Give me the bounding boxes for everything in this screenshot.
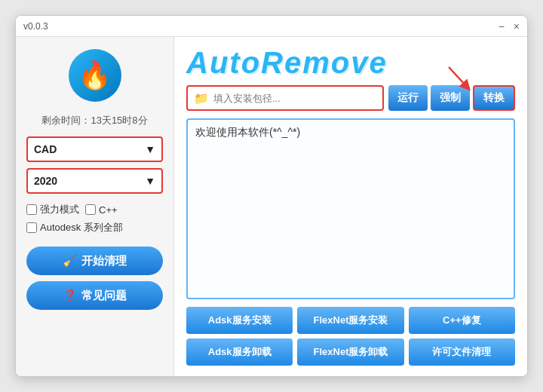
clean-button[interactable]: 🧹 开始清理	[26, 247, 163, 275]
arrow-indicator	[446, 64, 473, 91]
path-input-wrapper: 📁	[186, 85, 384, 111]
checkbox-force-mode[interactable]: 强力模式	[26, 203, 79, 216]
version-dropdown-arrow: ▼	[145, 175, 155, 187]
service-btn-3[interactable]: Adsk服务卸载	[186, 338, 293, 366]
service-btn-1-label: FlexNet服务安装	[314, 314, 388, 326]
logo-circle: 🔥	[69, 49, 121, 102]
main-window: v0.0.3 − × 🔥 剩余时间：13天15时8分 CAD ▼ 2020 ▼	[15, 15, 528, 377]
timer-label: 剩余时间：13天15时8分	[41, 114, 147, 127]
faq-icon: ❓	[63, 289, 77, 302]
cpp-checkbox[interactable]	[85, 204, 96, 215]
convert-button[interactable]: 转换	[473, 85, 515, 111]
service-btn-2-label: C++修复	[443, 314, 481, 326]
autodesk-all-checkbox[interactable]	[26, 222, 37, 233]
cpp-label: C++	[99, 204, 118, 216]
service-btn-4-label: FlexNet服务卸载	[314, 346, 388, 357]
software-dropdown-arrow: ▼	[145, 143, 155, 155]
checkbox-cpp[interactable]: C++	[85, 204, 118, 216]
clean-label: 开始清理	[81, 254, 127, 268]
version-dropdown[interactable]: 2020 ▼	[26, 168, 163, 194]
run-button[interactable]: 运行	[388, 85, 428, 111]
autodesk-all-label: Autodesk 系列全部	[40, 221, 123, 234]
software-dropdown[interactable]: CAD ▼	[26, 136, 163, 162]
service-btn-5-label: 许可文件清理	[432, 346, 491, 357]
service-btn-0-label: Adsk服务安装	[208, 314, 272, 326]
checkboxes-group: 强力模式 C++ Autodesk 系列全部	[26, 203, 163, 234]
checkbox-row-2: Autodesk 系列全部	[26, 221, 163, 234]
log-area: 欢迎使用本软件(*^_^*)	[186, 118, 515, 299]
force-mode-label: 强力模式	[40, 203, 79, 216]
service-btn-3-label: Adsk服务卸载	[208, 346, 272, 357]
faq-button[interactable]: ❓ 常见问题	[26, 281, 163, 310]
window-controls: − ×	[499, 21, 520, 32]
force-mode-checkbox[interactable]	[26, 204, 37, 215]
logo-icon: 🔥	[78, 60, 112, 91]
path-input[interactable]	[213, 93, 376, 104]
left-panel: 🔥 剩余时间：13天15时8分 CAD ▼ 2020 ▼ 强力模式	[16, 37, 174, 376]
clean-icon: 🧹	[63, 254, 77, 268]
service-btn-1[interactable]: FlexNet服务安装	[297, 307, 403, 334]
service-btn-2[interactable]: C++修复	[409, 307, 515, 334]
close-button[interactable]: ×	[514, 21, 520, 32]
service-btn-4[interactable]: FlexNet服务卸载	[297, 338, 403, 366]
checkbox-autodesk-all[interactable]: Autodesk 系列全部	[26, 221, 123, 234]
content-area: 🔥 剩余时间：13天15时8分 CAD ▼ 2020 ▼ 强力模式	[16, 37, 527, 376]
version-label: v0.0.3	[23, 21, 48, 32]
left-buttons: 🧹 开始清理 ❓ 常见问题	[26, 247, 163, 310]
service-btn-0[interactable]: Adsk服务安装	[186, 307, 293, 334]
service-buttons-grid: Adsk服务安装 FlexNet服务安装 C++修复 Adsk服务卸载 Flex…	[186, 307, 515, 366]
folder-icon: 📁	[194, 91, 209, 106]
service-btn-5[interactable]: 许可文件清理	[409, 338, 515, 366]
version-dropdown-value: 2020	[34, 175, 57, 187]
software-dropdown-value: CAD	[34, 143, 57, 155]
svg-line-1	[449, 67, 467, 87]
faq-label: 常见问题	[81, 289, 127, 303]
title-bar: v0.0.3 − ×	[16, 16, 527, 37]
right-panel: AutoRemove 📁 运行 强制 转换	[174, 37, 527, 376]
top-row: 📁 运行 强制 转换	[186, 85, 515, 111]
log-text: 欢迎使用本软件(*^_^*)	[195, 126, 300, 138]
minimize-button[interactable]: −	[499, 21, 505, 32]
checkbox-row-1: 强力模式 C++	[26, 203, 163, 216]
dropdown-group: CAD ▼ 2020 ▼	[26, 136, 163, 194]
